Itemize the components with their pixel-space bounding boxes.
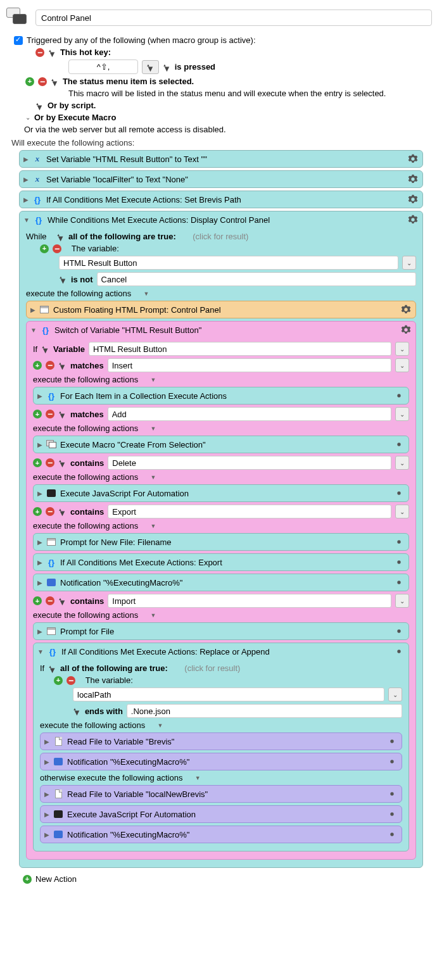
compare-value-input[interactable] [127,704,402,718]
case-dropdown[interactable]: ⌄ [395,594,409,608]
gear-icon[interactable] [393,646,405,657]
disclosure-triangle[interactable]: ▶ [23,196,28,203]
all-true-label: all of the following are true: [60,663,168,673]
add-case-button[interactable]: + [33,361,42,370]
variable-icon: x [32,174,42,184]
sort-icon[interactable]: ▲▼ [35,103,44,109]
disclosure-triangle[interactable]: ▶ [37,490,42,497]
hotkey-dropdown[interactable]: ▲▼ [142,60,159,74]
gear-icon[interactable] [400,324,412,336]
sort-icon[interactable]: ▲▼ [58,508,66,515]
action-prompt-newfile: ▶Prompt for New File: Filename [33,533,409,551]
sort-icon[interactable]: ▲▼ [48,665,56,672]
switch-variable-input[interactable] [89,342,391,356]
chevron-down-icon[interactable]: ⌄ [25,114,30,121]
gear-icon[interactable] [386,788,398,800]
add-case-button[interactable]: + [33,458,42,467]
braces-icon: {} [41,325,51,335]
remove-case-button[interactable]: − [46,507,54,516]
sort-icon[interactable]: ▲▼ [58,411,66,417]
disclosure-triangle[interactable]: ▼ [30,327,37,334]
case-dropdown[interactable]: ⌄ [395,456,409,470]
disclosure-triangle[interactable]: ▶ [37,441,42,448]
case-value-input[interactable] [108,505,391,518]
add-condition-button[interactable]: + [40,244,49,253]
remove-trigger-button[interactable]: − [38,77,47,86]
gear-icon[interactable] [393,625,405,637]
gear-icon[interactable] [393,439,405,450]
remove-case-button[interactable]: − [46,361,54,370]
sort-icon[interactable]: ▲▼ [58,362,66,368]
sort-icon[interactable]: ▲▼ [56,234,65,240]
disclosure-triangle[interactable]: ▶ [23,176,28,183]
case-dropdown[interactable]: ⌄ [395,407,409,421]
gear-icon[interactable] [407,153,419,165]
add-action-button[interactable]: + [23,875,32,884]
gear-icon[interactable] [386,808,398,820]
sort-icon[interactable]: ▲▼ [163,64,171,70]
macro-icon [5,5,30,30]
sort-icon[interactable]: ▲▼ [59,276,67,282]
triangle-down-icon[interactable]: ▼ [150,377,156,383]
hotkey-input[interactable]: ^⇧, [68,60,138,74]
sort-icon[interactable]: ▲▼ [58,598,66,604]
sort-icon[interactable]: ▲▼ [41,346,49,352]
variable-dropdown[interactable]: ⌄ [395,342,409,356]
action-read-file-brevis: ▶Read File to Variable "Brevis" [40,732,402,750]
disclosure-triangle[interactable]: ▼ [37,648,44,655]
compare-value-input[interactable] [97,272,416,286]
add-trigger-button[interactable]: + [25,77,34,86]
disclosure-triangle[interactable]: ▶ [37,393,42,399]
gear-icon[interactable] [386,756,398,767]
remove-case-button[interactable]: − [46,596,54,605]
case-op: matches [70,361,104,370]
variable-condition-label: The variable: [86,675,133,685]
gear-icon[interactable] [407,214,419,225]
macro-title-input[interactable] [35,9,432,26]
variable-dropdown[interactable]: ⌄ [388,688,402,701]
remove-case-button[interactable]: − [46,458,54,467]
case-value-input[interactable] [108,358,391,372]
remove-case-button[interactable]: − [46,410,54,418]
triggered-checkbox[interactable] [14,36,23,45]
add-case-button[interactable]: + [33,596,42,605]
gear-icon[interactable] [386,736,398,747]
disclosure-triangle[interactable]: ▼ [23,217,30,223]
sort-icon[interactable]: ▲▼ [51,79,59,85]
gear-icon[interactable] [407,173,419,185]
variable-name-input[interactable] [73,688,384,701]
triangle-down-icon[interactable]: ▼ [143,291,149,297]
action-while: ▼ {} While Conditions Met Execute Action… [19,211,423,868]
disclosure-triangle[interactable]: ▶ [30,306,35,313]
sort-icon[interactable]: ▲▼ [58,460,66,466]
sort-icon[interactable]: ▲▼ [48,49,56,56]
variable-dropdown[interactable]: ⌄ [402,256,416,270]
case-value-input[interactable] [108,407,391,421]
sort-icon[interactable]: ▲▼ [73,708,81,714]
gear-icon[interactable] [393,390,405,401]
add-condition-button[interactable]: + [54,676,63,685]
case-value-input[interactable] [108,456,391,470]
gear-icon[interactable] [400,304,412,315]
case-value-input[interactable] [108,594,391,608]
gear-icon[interactable] [393,487,405,499]
remove-condition-button[interactable]: − [53,244,61,253]
hotkey-label: This hot key: [60,47,111,57]
remove-trigger-button[interactable]: − [35,48,44,57]
disclosure-triangle[interactable]: ▶ [23,156,28,163]
gear-icon[interactable] [393,577,405,588]
add-case-button[interactable]: + [33,507,42,516]
if-label: If [40,663,44,673]
gear-icon[interactable] [386,829,398,840]
click-for-result[interactable]: (click for result) [184,663,240,673]
remove-condition-button[interactable]: − [66,676,75,685]
click-for-result[interactable]: (click for result) [193,232,248,241]
variable-name-input[interactable] [59,256,398,270]
new-action-label[interactable]: New Action [35,874,77,884]
gear-icon[interactable] [393,556,405,568]
case-dropdown[interactable]: ⌄ [395,358,409,372]
case-dropdown[interactable]: ⌄ [395,505,409,518]
gear-icon[interactable] [393,536,405,548]
add-case-button[interactable]: + [33,410,42,418]
gear-icon[interactable] [407,194,419,205]
